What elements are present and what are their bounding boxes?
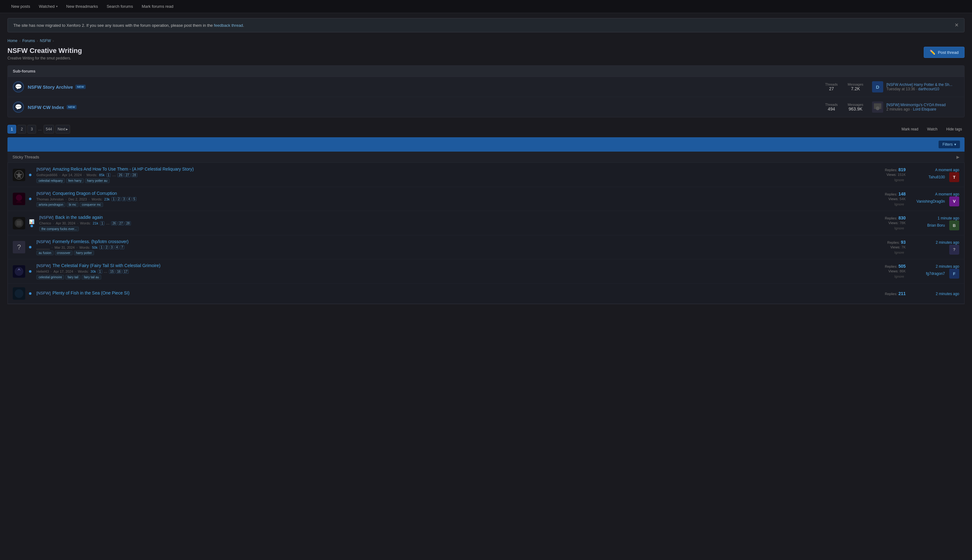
breadcrumb: Home › Forums › NSFW › (0, 37, 972, 45)
status-dot-2 (30, 225, 33, 227)
thread-avatar-1 (13, 193, 25, 205)
thread-stats-2: Replies: 830 Views: 78K (875, 215, 906, 225)
thread-avatar-5 (13, 287, 25, 300)
next-page-button[interactable]: Next ▸ (55, 125, 70, 133)
latest-time-link-0[interactable]: A moment ago (935, 168, 959, 172)
latest-author-link[interactable]: darthcourt10 (918, 87, 939, 91)
ignore-button-1[interactable]: Ignore (893, 202, 906, 207)
thread-avatar-0 (13, 169, 25, 181)
breadcrumb-sep-2: › (37, 39, 38, 43)
filter-bar: Filters ▾ (7, 137, 965, 152)
latest-time-link-1[interactable]: A moment ago (935, 192, 959, 197)
page-title: NSFW Creative Writing (7, 47, 82, 55)
latest-thread-link-cw[interactable]: [NSFW] Minimorrigu's CYOA thread (886, 103, 945, 107)
breadcrumb-forums[interactable]: Forums (22, 38, 35, 43)
subforum-name-story-archive[interactable]: NSFW Story Archive (28, 84, 73, 90)
latest-time-link-4[interactable]: 2 minutes ago (936, 264, 959, 268)
thread-latest-5: 2 minutes ago (909, 292, 959, 296)
thread-title-3[interactable]: Formerly Formless. (hp/lotm crossover) (53, 239, 129, 244)
nav-new-posts[interactable]: New posts (7, 2, 34, 11)
post-thread-button[interactable]: ✏️ Post thread (924, 47, 965, 58)
page-ellipsis: … (37, 127, 42, 132)
thread-title-1[interactable]: Conquering Dragon of Corruption (53, 191, 117, 196)
subforums-box: Sub-forums 💬 NSFW Story Archive NEW Thre… (7, 65, 965, 117)
subforum-latest-story-archive: D [NSFW Archive] Harry Potter & the Sh..… (872, 81, 959, 92)
latest-time-link-5[interactable]: 2 minutes ago (936, 292, 959, 296)
thread-prefix-1: [NSFW] (37, 191, 51, 196)
subforum-name-cw-index[interactable]: NSFW CW Index (28, 105, 64, 110)
page-544-button[interactable]: 544 (43, 125, 54, 133)
nav-mark-forums-read[interactable]: Mark forums read (138, 2, 177, 11)
breadcrumb-nsfw[interactable]: NSFW (40, 38, 51, 43)
thread-title-0[interactable]: Amazing Relics And How To Use Them - (A … (53, 167, 194, 172)
ignore-button-2[interactable]: Ignore (893, 226, 906, 231)
thread-stats-5: Replies: 211 (875, 291, 906, 296)
svg-point-16 (15, 289, 23, 298)
thread-meta-3: _______ · Mar 31, 2024 · Words: 50k 1 2 … (37, 245, 865, 249)
ignore-button-4[interactable]: Ignore (893, 274, 906, 279)
mark-read-button[interactable]: Mark read (899, 126, 921, 133)
breadcrumb-home[interactable]: Home (7, 38, 17, 43)
status-dot-0 (29, 174, 32, 176)
page-2-button[interactable]: 2 (17, 125, 26, 133)
ignore-button-0[interactable]: Ignore (893, 177, 906, 182)
thread-row: [NSFW] Conquering Dragon of Corruption T… (8, 187, 964, 211)
thread-latest-3: 2 minutes ago ? (909, 240, 959, 255)
thread-avatar-3: ? (13, 241, 25, 253)
hide-tags-button[interactable]: Hide tags (944, 126, 965, 133)
page-header: NSFW Creative Writing Creative Writing f… (0, 45, 972, 65)
nav-watched[interactable]: Watched ▾ (35, 2, 61, 11)
subforum-icon-story-archive: 💬 (13, 81, 24, 92)
latest-avatar-1: V (949, 197, 959, 207)
page-links-4: 1 … 15 16 17 (98, 269, 129, 273)
main-content: Sub-forums 💬 NSFW Story Archive NEW Thre… (0, 65, 972, 304)
thread-main-4: [NSFW] The Celestial Fairy (Fairy Tail S… (37, 263, 865, 280)
avatar-darthcourt: D (872, 81, 883, 92)
nav-search-forums[interactable]: Search forums (103, 2, 137, 11)
latest-author-link-0[interactable]: Tahu8100 (929, 175, 945, 179)
thread-stats-1: Replies: 148 Views: 54K (875, 192, 906, 201)
thread-meta-1: Thomas Johnston · Dec 2, 2023 · Words: 2… (37, 197, 865, 201)
subforum-icon-cw-index: 💬 (13, 102, 24, 113)
page-3-button[interactable]: 3 (27, 125, 36, 133)
latest-time-link-2[interactable]: 1 minute ago (938, 216, 959, 220)
thread-tags-3: au fusion crossover harry potter (37, 251, 865, 255)
watch-button[interactable]: Watch (925, 126, 940, 133)
latest-avatar-3: ? (949, 245, 959, 255)
filters-button[interactable]: Filters ▾ (939, 140, 960, 148)
latest-time-link-3[interactable]: 2 minutes ago (936, 240, 959, 245)
thread-status-2: 📊 (29, 219, 34, 227)
page-links-0: 1 … 26 27 28 (107, 173, 137, 177)
latest-author-link-cw[interactable]: Lord Elsquare (913, 107, 936, 112)
thread-latest-0: A moment ago Tahu8100 T (909, 167, 959, 182)
ignore-button-3[interactable]: Ignore (893, 250, 906, 255)
latest-author-link-4[interactable]: fg7dragon7 (926, 272, 945, 276)
svg-point-7 (16, 195, 22, 201)
threads-stat: Threads 27 (825, 82, 838, 91)
thread-avatar-2 (13, 217, 25, 229)
thread-main-1: [NSFW] Conquering Dragon of Corruption T… (37, 191, 865, 207)
latest-author-link-1[interactable]: VanishingDrag0n (917, 199, 945, 203)
messages-stat-cw: Messages 963.9K (848, 103, 863, 112)
watched-arrow-icon: ▾ (56, 5, 58, 8)
thread-status-5 (29, 292, 32, 295)
top-nav: New posts Watched ▾ New threadmarks Sear… (0, 0, 972, 13)
thread-tags-4: celestial grimoire fairy tail fairy tail… (37, 275, 865, 280)
notice-bar: The site has now migrated to Xenforo 2. … (7, 18, 965, 32)
thread-latest-2: 1 minute ago Brian Boru B (909, 216, 959, 230)
close-icon[interactable]: ✕ (955, 23, 959, 28)
feedback-thread-link[interactable]: feedback thread (214, 23, 243, 28)
latest-author-link-2[interactable]: Brian Boru (927, 223, 945, 228)
post-thread-icon: ✏️ (930, 50, 935, 55)
thread-title-5[interactable]: Plenty of Fish in the Sea (One Piece SI) (53, 290, 130, 295)
nav-new-threadmarks[interactable]: New threadmarks (63, 2, 102, 11)
page-1-button[interactable]: 1 (7, 125, 16, 133)
thread-row: 📊 [NSFW] Back in the saddle again Cheric… (8, 211, 964, 235)
status-dot-1 (29, 198, 32, 200)
thread-prefix-5: [NSFW] (37, 291, 51, 295)
svg-point-2 (876, 107, 880, 110)
latest-thread-link[interactable]: [NSFW Archive] Harry Potter & the Sh... (886, 82, 952, 87)
thread-title-2[interactable]: Back in the saddle again (55, 215, 103, 220)
thread-title-4[interactable]: The Celestial Fairy (Fairy Tail SI with … (53, 263, 161, 268)
thread-tags-1: artoria pendragon bi mc conqueror mc (37, 202, 865, 207)
